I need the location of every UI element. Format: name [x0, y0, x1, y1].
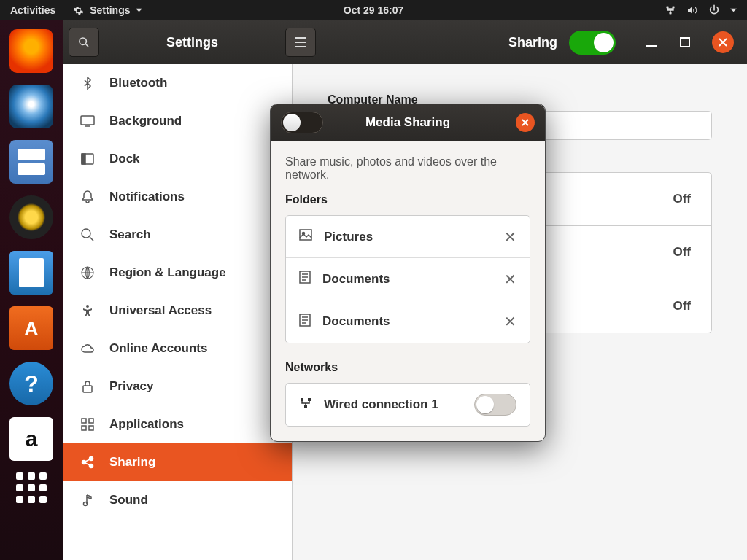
dock-help[interactable]: ?: [9, 362, 53, 405]
sidebar-label: Online Accounts: [109, 341, 207, 356]
svg-rect-2: [295, 42, 306, 43]
svg-rect-15: [82, 426, 86, 430]
folders-label: Folders: [285, 193, 530, 206]
remove-folder-button[interactable]: ✕: [504, 228, 516, 246]
svg-rect-1: [295, 37, 306, 39]
sharing-master-toggle[interactable]: [569, 31, 616, 55]
svg-rect-13: [82, 419, 86, 423]
network-name: Wired connection 1: [324, 397, 438, 412]
dock-software-center[interactable]: A: [9, 306, 53, 350]
sidebar-item-bluetooth[interactable]: Bluetooth: [63, 64, 292, 102]
document-icon: [299, 314, 311, 330]
app-menu[interactable]: Settings: [73, 4, 142, 16]
hamburger-icon: [295, 37, 306, 47]
power-icon[interactable]: [708, 4, 720, 16]
sidebar-label: Region & Language: [109, 265, 226, 280]
svg-rect-8: [82, 154, 85, 164]
dock: A ? a: [0, 20, 63, 560]
settings-sidebar[interactable]: Bluetooth Background Dock Notifications …: [63, 64, 293, 560]
minimize-button[interactable]: [645, 36, 658, 49]
sidebar-label: Privacy: [109, 379, 154, 394]
dialog-headerbar: Media Sharing: [271, 104, 545, 141]
sidebar-item-online-accounts[interactable]: Online Accounts: [63, 330, 292, 368]
sidebar-label: Search: [109, 228, 151, 242]
search-icon: [80, 228, 95, 242]
dock-firefox[interactable]: [9, 29, 53, 73]
maximize-button[interactable]: [678, 36, 692, 49]
activities-button[interactable]: Activities: [10, 4, 55, 16]
svg-rect-14: [89, 419, 93, 423]
dock-icon: [80, 152, 95, 166]
music-icon: [80, 493, 95, 508]
dock-thunderbird[interactable]: [9, 85, 53, 128]
remove-folder-button[interactable]: ✕: [504, 271, 516, 288]
network-toggle[interactable]: [474, 394, 516, 416]
remove-folder-button[interactable]: ✕: [504, 313, 516, 330]
top-panel: Activities Settings Oct 29 16:07: [0, 0, 747, 20]
dock-amazon[interactable]: a: [9, 417, 53, 461]
folder-name: Documents: [322, 314, 390, 329]
sidebar-item-background[interactable]: Background: [63, 102, 292, 140]
sidebar-label: Sound: [109, 493, 148, 508]
sidebar-label: Notifications: [109, 190, 185, 204]
search-button[interactable]: [69, 28, 99, 57]
sidebar-item-sound[interactable]: Sound: [63, 481, 292, 519]
svg-point-19: [90, 464, 93, 468]
cloud-icon: [80, 341, 95, 356]
accessibility-icon: [80, 303, 95, 318]
display-icon: [80, 114, 95, 128]
folder-name: Documents: [322, 272, 390, 287]
sidebar-item-privacy[interactable]: Privacy: [63, 368, 292, 405]
svg-rect-16: [89, 426, 93, 430]
wired-network-icon: [299, 397, 312, 413]
svg-rect-21: [300, 230, 311, 240]
sidebar-item-applications[interactable]: Applications: [63, 405, 292, 443]
svg-rect-25: [301, 398, 303, 401]
panel-title-sharing: Sharing: [508, 35, 557, 50]
svg-point-11: [86, 305, 89, 308]
svg-rect-26: [308, 398, 311, 401]
sidebar-item-region-language[interactable]: Region & Language: [63, 254, 292, 292]
sidebar-item-dock[interactable]: Dock: [63, 140, 292, 178]
svg-point-20: [84, 502, 88, 506]
close-button[interactable]: [712, 31, 734, 53]
dock-rhythmbox[interactable]: [9, 195, 53, 239]
svg-point-9: [82, 229, 90, 238]
dock-libreoffice-writer[interactable]: [9, 251, 53, 295]
sidebar-label: Background: [109, 114, 182, 128]
close-icon: [522, 119, 529, 126]
globe-icon: [80, 265, 95, 280]
media-sharing-toggle[interactable]: [281, 112, 323, 133]
sidebar-item-search[interactable]: Search: [63, 216, 292, 254]
svg-point-17: [82, 461, 86, 464]
sidebar-label: Applications: [109, 417, 184, 432]
svg-point-18: [90, 457, 93, 461]
volume-icon[interactable]: [686, 4, 698, 16]
dialog-close-button[interactable]: [516, 113, 535, 132]
svg-rect-3: [295, 46, 306, 47]
settings-title: Settings: [99, 35, 285, 50]
folder-row[interactable]: Documents ✕: [286, 300, 530, 343]
chevron-down-icon[interactable]: [730, 7, 737, 14]
hamburger-menu-button[interactable]: [285, 28, 316, 57]
chevron-down-icon: [136, 7, 142, 14]
svg-rect-6: [81, 116, 94, 125]
sidebar-item-notifications[interactable]: Notifications: [63, 178, 292, 216]
folder-row[interactable]: Pictures ✕: [286, 216, 530, 258]
svg-rect-27: [304, 405, 307, 408]
folder-row[interactable]: Documents ✕: [286, 258, 530, 300]
dock-show-apps[interactable]: [16, 472, 47, 503]
share-icon: [80, 455, 95, 470]
svg-rect-12: [83, 386, 92, 392]
sidebar-item-universal-access[interactable]: Universal Access: [63, 292, 292, 330]
networks-list: Wired connection 1: [285, 383, 530, 427]
document-icon: [299, 271, 311, 287]
network-icon[interactable]: [665, 4, 676, 16]
lock-icon: [80, 379, 95, 394]
networks-label: Networks: [285, 361, 530, 374]
sidebar-item-sharing[interactable]: Sharing: [63, 443, 292, 481]
sidebar-label: Bluetooth: [109, 76, 167, 90]
dock-files[interactable]: [9, 140, 53, 184]
folder-name: Pictures: [324, 230, 373, 244]
bell-icon: [80, 190, 95, 204]
